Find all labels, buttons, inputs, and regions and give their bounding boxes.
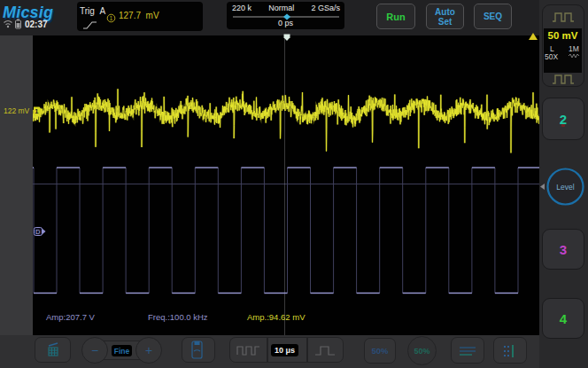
svg-text:D: D [35,228,41,236]
svg-text:1: 1 [35,107,38,115]
svg-text:02:37: 02:37 [25,20,48,29]
svg-text:Amp.:94.62 mV: Amp.:94.62 mV [247,312,306,322]
svg-text:Level: Level [556,183,574,192]
svg-text:Amp:207.7 V: Amp:207.7 V [46,312,96,322]
svg-text:Freq.:100.0 kHz: Freq.:100.0 kHz [148,312,208,322]
svg-text:1: 1 [110,15,113,21]
